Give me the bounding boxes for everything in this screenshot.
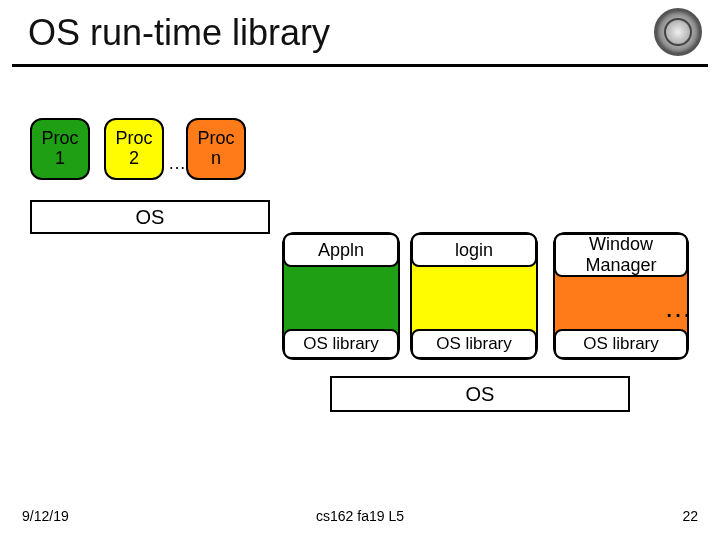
col-login: login OS library: [410, 232, 538, 360]
proc-ellipsis: …: [168, 153, 182, 180]
proc-2-box: Proc 2: [104, 118, 164, 180]
col-login-head: login: [411, 233, 537, 267]
col-appln-foot: OS library: [283, 329, 399, 359]
slide-title: OS run-time library: [28, 12, 330, 54]
seal-icon: [654, 8, 702, 56]
os-bar-small: OS: [30, 200, 270, 234]
os-bar-big: OS: [330, 376, 630, 412]
footer-page: 22: [682, 508, 698, 524]
footer-center: cs162 fa19 L5: [0, 508, 720, 524]
proc-1-label: Proc 1: [41, 129, 78, 169]
os-bar-small-label: OS: [136, 206, 165, 229]
slide: OS run-time library Proc 1 Proc 2 … Proc…: [0, 0, 720, 540]
columns-group: Appln OS library login OS library Window…: [282, 232, 692, 362]
col-login-foot: OS library: [411, 329, 537, 359]
proc-2-label: Proc 2: [115, 129, 152, 169]
proc-n-label: Proc n: [197, 129, 234, 169]
col-appln-head: Appln: [283, 233, 399, 267]
title-underline: [12, 64, 708, 67]
col-appln: Appln OS library: [282, 232, 400, 360]
col-wm-foot: OS library: [554, 329, 688, 359]
proc-row: Proc 1 Proc 2 … Proc n: [30, 118, 246, 180]
proc-n-box: Proc n: [186, 118, 246, 180]
os-bar-big-label: OS: [466, 383, 495, 406]
col-wm-head: Window Manager: [554, 233, 688, 277]
proc-1-box: Proc 1: [30, 118, 90, 180]
columns-ellipsis: …: [664, 292, 692, 324]
